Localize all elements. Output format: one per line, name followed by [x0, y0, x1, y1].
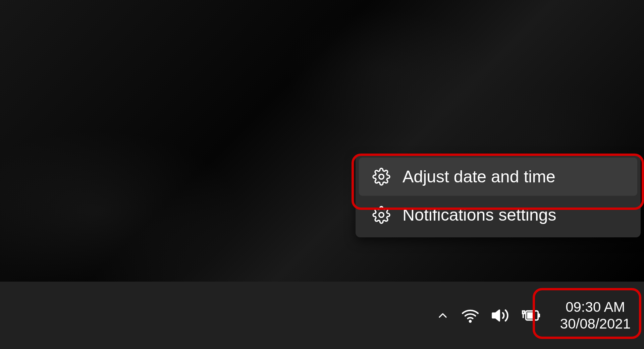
- wifi-icon[interactable]: [462, 307, 479, 324]
- svg-point-0: [379, 174, 384, 179]
- clock-date: 30/08/2021: [560, 315, 631, 332]
- clock-context-menu: Adjust date and time Notifications setti…: [356, 154, 641, 237]
- taskbar-clock[interactable]: 09:30 AM 30/08/2021: [553, 295, 638, 335]
- menu-item-label: Adjust date and time: [402, 167, 555, 186]
- volume-icon[interactable]: [491, 306, 509, 325]
- menu-item-adjust-date-time[interactable]: Adjust date and time: [359, 158, 637, 196]
- svg-point-2: [470, 321, 471, 322]
- battery-charging-icon[interactable]: [521, 308, 541, 323]
- show-hidden-icons[interactable]: [436, 309, 449, 322]
- menu-item-notifications-settings[interactable]: Notifications settings: [359, 196, 637, 234]
- gear-icon: [372, 168, 390, 186]
- taskbar: 09:30 AM 30/08/2021: [0, 282, 644, 349]
- svg-rect-5: [527, 312, 534, 318]
- svg-marker-3: [492, 310, 499, 321]
- menu-item-label: Notifications settings: [402, 205, 556, 225]
- svg-rect-6: [538, 313, 540, 317]
- gear-icon: [372, 206, 390, 224]
- svg-point-1: [379, 213, 384, 217]
- clock-time: 09:30 AM: [560, 299, 631, 315]
- desktop-wallpaper: [0, 0, 644, 282]
